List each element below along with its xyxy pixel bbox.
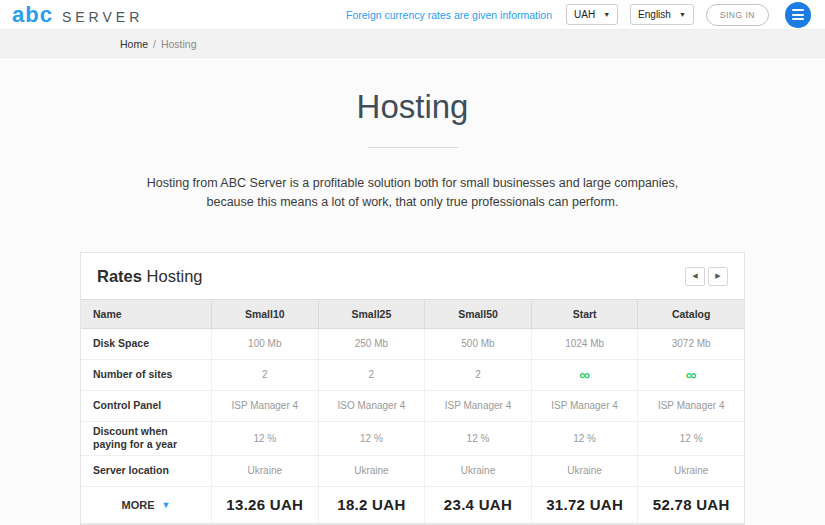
table-cell: 12 % <box>531 422 638 455</box>
column-header-plan: Catalog <box>637 300 744 328</box>
table-row: Server location Ukraine Ukraine Ukraine … <box>81 456 744 487</box>
table-cell: 500 Mb <box>424 329 531 359</box>
table-row: Number of sites 2 2 2 ∞ ∞ <box>81 360 744 391</box>
logo-abc-text: abc <box>12 4 53 26</box>
table-cell: Ukraine <box>637 456 744 486</box>
column-header-plan: Small25 <box>318 300 425 328</box>
table-cell: ISO Manager 4 <box>318 391 425 421</box>
table-cell: ISP Manager 4 <box>637 391 744 421</box>
table-cell: ISP Manager 4 <box>424 391 531 421</box>
column-header-name: Name <box>81 300 211 328</box>
rates-card-title: Rates Hosting <box>97 267 202 286</box>
breadcrumb-home-link[interactable]: Home <box>120 38 148 50</box>
row-label: Control Panel <box>81 391 211 421</box>
arrow-left-icon: ◀ <box>692 272 697 280</box>
table-cell: 2 <box>211 360 318 390</box>
table-cell: Ukraine <box>318 456 425 486</box>
row-label: Server location <box>81 456 211 486</box>
price-value: 18.2 UAH <box>318 487 425 523</box>
table-cell: Ukraine <box>424 456 531 486</box>
table-row: Disk Space 100 Mb 250 Mb 500 Mb 1024 Mb … <box>81 329 744 360</box>
language-dropdown[interactable]: English ▼ <box>630 4 694 25</box>
main-content: Hosting Hosting from ABC Server is a pro… <box>0 58 825 525</box>
page-title: Hosting <box>0 88 825 126</box>
table-cell: 12 % <box>637 422 744 455</box>
hamburger-menu-button[interactable] <box>785 2 811 28</box>
table-cell: 100 Mb <box>211 329 318 359</box>
hamburger-icon <box>792 9 804 11</box>
breadcrumb: Home / Hosting <box>0 30 825 58</box>
column-header-plan: Small10 <box>211 300 318 328</box>
infinity-icon: ∞ <box>531 360 638 390</box>
rates-card: Rates Hosting ◀ ▶ Name Small10 Small25 S… <box>80 252 745 525</box>
table-row: Control Panel ISP Manager 4 ISO Manager … <box>81 391 744 422</box>
language-dropdown-label: English <box>638 9 671 20</box>
table-cell: Ukraine <box>211 456 318 486</box>
table-cell: 12 % <box>424 422 531 455</box>
topbar: abc SERVER Foreign currency rates are gi… <box>0 0 825 30</box>
intro-line-2: because this means a lot of work, that o… <box>206 195 618 209</box>
row-label: Disk Space <box>81 329 211 359</box>
table-cell: 1024 Mb <box>531 329 638 359</box>
pager-prev-button[interactable]: ◀ <box>685 267 705 286</box>
rates-title-bold: Rates <box>97 267 142 285</box>
chevron-down-icon: ▼ <box>162 500 171 510</box>
table-cell: 12 % <box>318 422 425 455</box>
infinity-icon: ∞ <box>637 360 744 390</box>
price-row: MORE ▼ 13.26 UAH 18.2 UAH 23.4 UAH 31.72… <box>81 487 744 524</box>
more-label: MORE <box>122 499 155 511</box>
table-cell: ISP Manager 4 <box>211 391 318 421</box>
table-cell: ISP Manager 4 <box>531 391 638 421</box>
currency-dropdown[interactable]: UAH ▼ <box>566 4 618 25</box>
price-value: 52.78 UAH <box>637 487 744 523</box>
row-label: Number of sites <box>81 360 211 390</box>
table-cell: 250 Mb <box>318 329 425 359</box>
price-value: 23.4 UAH <box>424 487 531 523</box>
hamburger-icon <box>792 18 804 20</box>
table-cell: 2 <box>318 360 425 390</box>
more-button[interactable]: MORE ▼ <box>81 487 211 523</box>
table-cell: Ukraine <box>531 456 638 486</box>
breadcrumb-current: Hosting <box>161 38 197 50</box>
table-row: Discount when paying for a year 12 % 12 … <box>81 422 744 456</box>
logo-server-text: SERVER <box>62 9 143 25</box>
currency-info-link[interactable]: Foreign currency rates are given informa… <box>346 9 552 21</box>
table-cell: 12 % <box>211 422 318 455</box>
currency-dropdown-label: UAH <box>574 9 595 20</box>
table-header-row: Name Small10 Small25 Small50 Start Catal… <box>81 299 744 329</box>
logo[interactable]: abc SERVER <box>12 4 143 26</box>
row-label: Discount when paying for a year <box>81 422 211 455</box>
intro-paragraph: Hosting from ABC Server is a profitable … <box>0 174 825 212</box>
chevron-down-icon: ▼ <box>679 11 686 18</box>
intro-line-1: Hosting from ABC Server is a profitable … <box>147 176 679 190</box>
rates-card-header: Rates Hosting ◀ ▶ <box>81 253 744 299</box>
column-header-plan: Start <box>531 300 638 328</box>
price-value: 31.72 UAH <box>531 487 638 523</box>
chevron-down-icon: ▼ <box>603 11 610 18</box>
arrow-right-icon: ▶ <box>715 272 720 280</box>
title-divider <box>368 147 458 148</box>
table-pager: ◀ ▶ <box>685 267 728 286</box>
pager-next-button[interactable]: ▶ <box>708 267 728 286</box>
sign-in-button[interactable]: SING IN <box>706 4 769 26</box>
hamburger-icon <box>792 14 804 16</box>
breadcrumb-separator: / <box>153 38 156 50</box>
rates-title-regular: Hosting <box>142 267 203 285</box>
table-cell: 3072 Mb <box>637 329 744 359</box>
table-cell: 2 <box>424 360 531 390</box>
price-value: 13.26 UAH <box>211 487 318 523</box>
column-header-plan: Small50 <box>424 300 531 328</box>
